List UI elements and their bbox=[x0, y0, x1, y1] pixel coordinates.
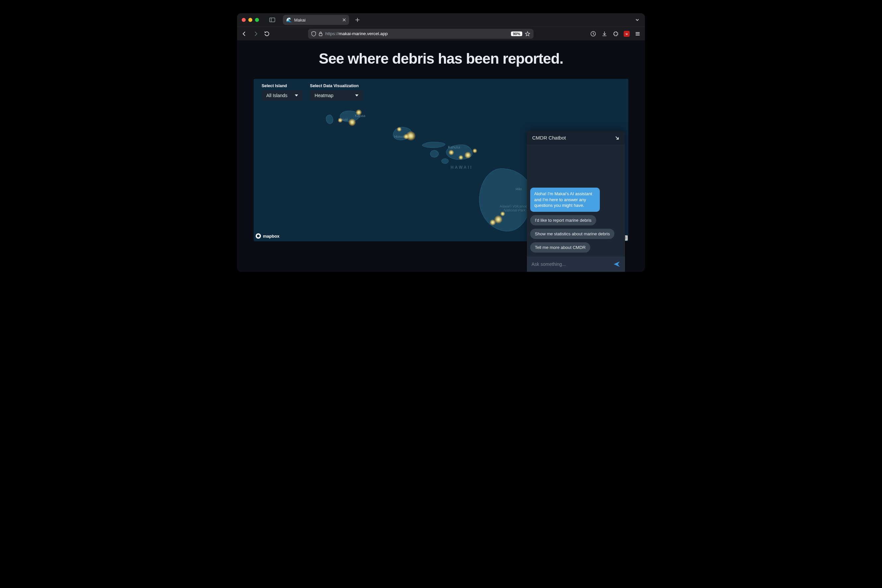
viz-select-dropdown[interactable]: Heatmap bbox=[310, 90, 363, 101]
caret-down-icon bbox=[295, 94, 298, 96]
shield-icon[interactable] bbox=[311, 31, 316, 36]
island-maui bbox=[446, 144, 472, 160]
forward-button[interactable] bbox=[252, 30, 259, 37]
reload-button[interactable] bbox=[264, 30, 270, 37]
send-icon[interactable] bbox=[613, 261, 621, 268]
chatbot-collapse-button[interactable] bbox=[615, 135, 620, 141]
chatbot-greeting-message: Aloha! I'm Makai's AI assistant and I'm … bbox=[530, 188, 600, 212]
island-kahoolawe bbox=[441, 158, 449, 164]
chatbot-body: Aloha! I'm Makai's AI assistant and I'm … bbox=[527, 144, 625, 256]
svg-marker-14 bbox=[295, 94, 298, 96]
browser-window: 🌊 Makai bbox=[237, 13, 645, 272]
island-control: Select Island All Islands bbox=[261, 84, 303, 101]
island-select-value: All Islands bbox=[266, 93, 287, 98]
chatbot-header: CMDR Chatbot bbox=[527, 131, 625, 144]
svg-marker-15 bbox=[355, 94, 358, 96]
caret-down-icon bbox=[355, 94, 358, 96]
map-controls: Select Island All Islands Select Data Vi… bbox=[261, 84, 363, 101]
zoom-badge[interactable]: 90% bbox=[511, 32, 522, 36]
chatbot-input-row bbox=[527, 256, 625, 272]
viz-control: Select Data Visualization Heatmap bbox=[310, 84, 363, 101]
sidebar-toggle-icon[interactable] bbox=[268, 16, 276, 23]
history-icon[interactable] bbox=[590, 30, 597, 37]
island-select-dropdown[interactable]: All Islands bbox=[261, 90, 303, 101]
page-content: See where debris has been reported. Sele… bbox=[237, 40, 645, 272]
svg-marker-7 bbox=[525, 32, 530, 36]
viz-select-value: Heatmap bbox=[315, 93, 348, 98]
chatbot-suggestion-chip[interactable]: I'd like to report marine debris bbox=[530, 215, 596, 225]
tab-title: Makai bbox=[294, 18, 340, 22]
close-icon[interactable] bbox=[343, 18, 346, 21]
page-headline: See where debris has been reported. bbox=[254, 50, 628, 67]
window-close-button[interactable] bbox=[242, 18, 246, 22]
browser-tab[interactable]: 🌊 Makai bbox=[283, 15, 349, 25]
island-lanai bbox=[430, 150, 439, 158]
mapbox-attribution[interactable]: mapbox bbox=[255, 233, 279, 238]
mapbox-logo-icon bbox=[255, 233, 261, 238]
svg-rect-6 bbox=[319, 33, 322, 36]
window-minimize-button[interactable] bbox=[248, 18, 252, 22]
back-button[interactable] bbox=[241, 30, 248, 37]
tabs-overflow-button[interactable] bbox=[633, 18, 642, 22]
viz-select-label: Select Data Visualization bbox=[310, 84, 363, 88]
url-bar[interactable]: https://makai-marine.vercel.app 90% bbox=[308, 29, 533, 39]
ublock-icon[interactable]: u bbox=[624, 31, 630, 37]
hamburger-menu-icon[interactable] bbox=[634, 30, 641, 37]
bookmark-star-icon[interactable] bbox=[525, 31, 530, 36]
extensions-icon[interactable] bbox=[612, 30, 619, 37]
downloads-icon[interactable] bbox=[601, 30, 608, 37]
titlebar: 🌊 Makai bbox=[237, 13, 645, 27]
chatbot-suggestion-chip[interactable]: Tell me more about CMDR bbox=[530, 242, 590, 253]
chatbot-text-input[interactable] bbox=[532, 261, 610, 267]
chatbot-title: CMDR Chatbot bbox=[532, 135, 566, 141]
window-traffic-lights bbox=[242, 18, 259, 22]
mapbox-attribution-text: mapbox bbox=[263, 234, 279, 238]
chatbot-suggestion-chip[interactable]: Show me statistics about marine debris bbox=[530, 229, 615, 239]
svg-rect-0 bbox=[270, 18, 275, 22]
wave-icon: 🌊 bbox=[286, 17, 291, 22]
island-select-label: Select Island bbox=[261, 84, 303, 88]
new-tab-button[interactable] bbox=[352, 18, 363, 22]
svg-line-16 bbox=[616, 136, 618, 139]
browser-toolbar: https://makai-marine.vercel.app 90% u bbox=[237, 27, 645, 40]
chatbot-panel: CMDR Chatbot Aloha! I'm Makai's AI assis… bbox=[527, 131, 625, 272]
window-zoom-button[interactable] bbox=[255, 18, 259, 22]
lock-icon[interactable] bbox=[319, 32, 323, 36]
island-niihau bbox=[326, 115, 333, 124]
url-text: https://makai-marine.vercel.app bbox=[325, 31, 508, 36]
svg-marker-17 bbox=[614, 261, 620, 267]
